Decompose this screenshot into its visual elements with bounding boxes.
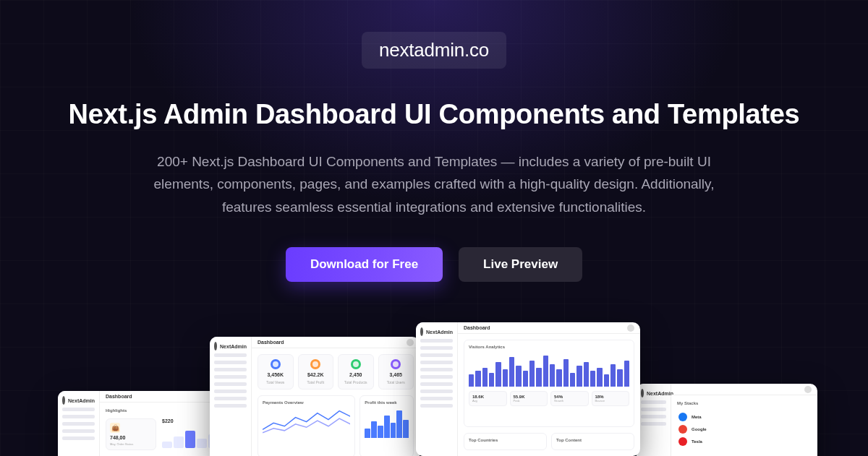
preview-screenshots: NextAdmin Dashboard Highlights 👜 748,00 … bbox=[0, 304, 868, 456]
kpi-value: 18.6K bbox=[472, 395, 503, 399]
preview-body: 3,456K Total Views $42.2K Total Profit 2… bbox=[252, 348, 420, 456]
preview-body: Visitors Analytics bbox=[458, 334, 640, 456]
kpi-value: 18% bbox=[595, 395, 626, 399]
preview-main: My Stacks Meta Google bbox=[671, 384, 817, 456]
stat-icon bbox=[271, 359, 281, 369]
live-preview-button-label: Live Preview bbox=[483, 257, 558, 271]
preview-topbar bbox=[671, 384, 817, 395]
preview-brand: NextAdmin bbox=[214, 343, 247, 350]
brand-badge-text: nextadmin.co bbox=[379, 39, 489, 61]
hero-title: Next.js Admin Dashboard UI Components an… bbox=[69, 99, 800, 130]
line-chart-panel: Payments Overview bbox=[258, 395, 355, 456]
bar-chart-icon bbox=[469, 352, 629, 387]
preview-sidebar: NextAdmin bbox=[416, 322, 458, 456]
brand-dot-icon bbox=[678, 425, 687, 434]
stat-card: 3,456K Total Views bbox=[258, 354, 294, 390]
preview-brand: NextAdmin bbox=[62, 397, 95, 404]
line-chart-icon bbox=[263, 408, 350, 435]
kpi-label: Avg bbox=[472, 399, 503, 403]
avatar-icon bbox=[804, 386, 812, 393]
highlight-placeholder: $220 bbox=[162, 418, 218, 450]
highlight-card: 👜 748,00 May, Order Status bbox=[106, 418, 156, 450]
preview-title: Dashboard bbox=[464, 325, 490, 330]
kpi-row: 18.6K Avg 55.9K Peak 54% Growth 18% bbox=[469, 391, 629, 406]
nav-line bbox=[62, 415, 95, 418]
preview-sidebar: NextAdmin bbox=[210, 337, 252, 456]
avatar-icon bbox=[407, 339, 414, 346]
panel-title: Top Countries bbox=[469, 438, 542, 442]
stat-card: 2,450 Total Products bbox=[338, 354, 374, 390]
preview-topbar: Dashboard bbox=[100, 391, 224, 403]
preview-brand: NextAdmin bbox=[641, 390, 666, 397]
stat-icon bbox=[310, 359, 320, 369]
preview-sidebar: NextAdmin bbox=[637, 384, 671, 456]
kpi-card: 18% Bounce bbox=[592, 391, 630, 406]
list-item: Tesla bbox=[678, 437, 810, 446]
stat-label: Total Profit bbox=[307, 380, 324, 384]
preview-main: Dashboard 3,456K Total Views $42.2K Tota… bbox=[252, 337, 420, 456]
stat-card: $42.2K Total Profit bbox=[298, 354, 334, 390]
panel-title: Payments Overview bbox=[263, 400, 350, 405]
section-title: Highlights bbox=[106, 408, 218, 413]
nav-line bbox=[62, 436, 95, 440]
preview-body: My Stacks Meta Google bbox=[671, 395, 817, 456]
stat-value: 3,456K bbox=[267, 372, 284, 377]
panel-title: Profit this week bbox=[365, 400, 409, 405]
live-preview-button[interactable]: Live Preview bbox=[459, 247, 582, 282]
download-button[interactable]: Download for Free bbox=[286, 247, 443, 282]
nav-line bbox=[62, 429, 95, 433]
panel-title: Visitors Analytics bbox=[469, 345, 629, 349]
stat-value: 2,450 bbox=[349, 372, 362, 377]
kpi-card: 55.9K Peak bbox=[510, 391, 548, 406]
kpi-value: 55.9K bbox=[514, 395, 545, 399]
preview-shot-1: NextAdmin Dashboard Highlights 👜 748,00 … bbox=[58, 391, 224, 456]
kpi-value: 54% bbox=[554, 395, 585, 399]
preview-body: Highlights 👜 748,00 May, Order Status $2… bbox=[100, 403, 224, 456]
preview-shot-3: NextAdmin Dashboard Visitors Analytics bbox=[416, 322, 640, 456]
bag-icon: 👜 bbox=[110, 423, 120, 433]
nav-line bbox=[62, 422, 95, 426]
preview-sidebar: NextAdmin bbox=[58, 391, 100, 456]
preview-topbar: Dashboard bbox=[458, 322, 640, 334]
cta-row: Download for Free Live Preview bbox=[286, 247, 582, 282]
stats-row: 3,456K Total Views $42.2K Total Profit 2… bbox=[258, 354, 414, 390]
preview-brand: NextAdmin bbox=[420, 328, 453, 335]
bar-chart-icon bbox=[365, 408, 409, 438]
hero-subtitle: 200+ Next.js Dashboard UI Components and… bbox=[130, 150, 738, 218]
highlight-sub: May, Order Status bbox=[110, 442, 152, 446]
preview-shot-4: NextAdmin My Stacks Meta bbox=[637, 384, 817, 456]
brand-name: Tesla bbox=[692, 439, 702, 444]
top-content-panel: Top Content bbox=[551, 433, 634, 450]
stat-label: Total Views bbox=[266, 380, 284, 384]
brand-badge: nextadmin.co bbox=[362, 32, 506, 69]
bar-chart-panel: Profit this week bbox=[359, 395, 414, 456]
brand-dot-icon bbox=[678, 437, 687, 446]
preview-title: Dashboard bbox=[258, 340, 284, 345]
stat-value: 3,465 bbox=[389, 372, 402, 377]
stat-label: Total Users bbox=[387, 380, 405, 384]
preview-topbar: Dashboard bbox=[252, 337, 420, 348]
nav-line bbox=[62, 408, 95, 411]
analytics-panel: Visitors Analytics bbox=[464, 340, 634, 427]
kpi-label: Bounce bbox=[595, 399, 626, 403]
kpi-card: 18.6K Avg bbox=[469, 391, 507, 406]
hero-section: nextadmin.co Next.js Admin Dashboard UI … bbox=[0, 0, 868, 282]
list-item: Google bbox=[678, 425, 810, 434]
highlight-value: 748,00 bbox=[110, 435, 152, 440]
two-column-row: Top Countries Top Content bbox=[464, 433, 634, 450]
stacks-list: Meta Google Tesla bbox=[677, 411, 812, 447]
panel-title: Top Content bbox=[556, 438, 629, 442]
kpi-label: Growth bbox=[554, 399, 585, 403]
stat-value: $42.2K bbox=[307, 372, 324, 377]
preview-main: Dashboard Visitors Analytics bbox=[458, 322, 640, 456]
brand-name: Google bbox=[692, 427, 707, 431]
preview-title: Dashboard bbox=[106, 394, 132, 399]
stat-card: 3,465 Total Users bbox=[378, 354, 414, 390]
avatar-icon bbox=[627, 324, 634, 332]
list-item: Meta bbox=[678, 413, 810, 421]
brand-name: Meta bbox=[692, 415, 702, 419]
panel-title: My Stacks bbox=[677, 401, 812, 405]
kpi-label: Peak bbox=[514, 399, 545, 403]
brand-dot-icon bbox=[678, 413, 687, 421]
preview-shot-2: NextAdmin Dashboard 3,456K Total Views bbox=[210, 337, 420, 456]
